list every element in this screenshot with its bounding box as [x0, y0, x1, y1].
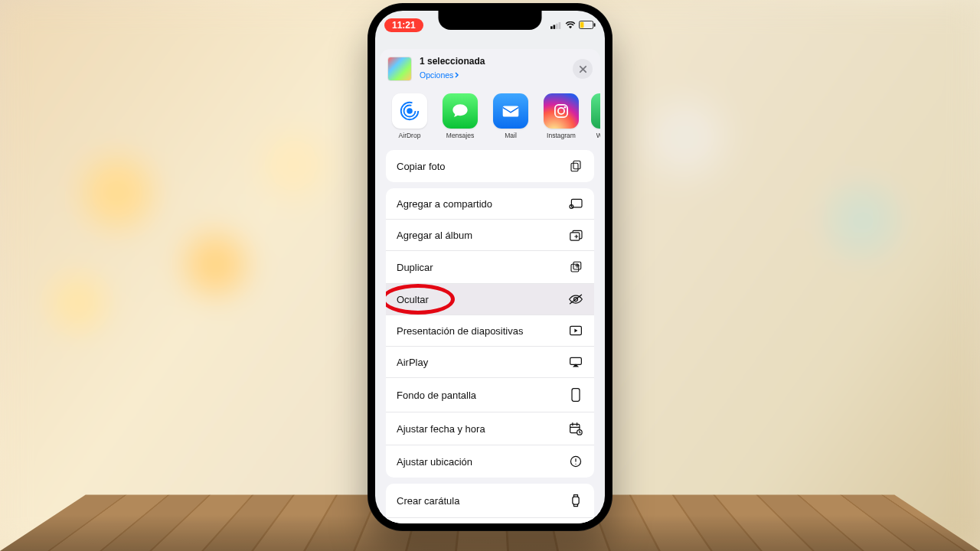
svg-point-12 — [558, 108, 564, 114]
selection-count: 1 seleccionada — [420, 57, 565, 67]
action-ajustar-ubicacion[interactable]: Ajustar ubicación — [386, 445, 594, 478]
slideshow-icon — [568, 324, 583, 337]
share-target-label: AirDrop — [389, 132, 430, 139]
phone-frame: 11:21 1 seleccionada Opciones — [368, 3, 612, 531]
share-target-label: Instagram — [541, 132, 582, 139]
svg-rect-29 — [573, 497, 579, 504]
action-fondo-de-pantalla[interactable]: Fondo de pantalla — [386, 377, 594, 412]
action-label: Crear carátula — [397, 495, 459, 507]
svg-rect-6 — [580, 22, 584, 28]
action-label: Duplicar — [397, 262, 433, 273]
share-target-mail[interactable]: Mail — [490, 93, 531, 139]
action-label: Fondo de pantalla — [397, 390, 476, 401]
action-label: AirPlay — [397, 357, 428, 368]
wifi-icon — [565, 21, 576, 29]
share-target-messages[interactable]: Mensajes — [439, 93, 481, 139]
action-crear-caratula[interactable]: Crear carátula — [386, 484, 594, 517]
action-label: Copiar foto — [397, 161, 446, 172]
svg-rect-15 — [571, 163, 578, 171]
share-targets-row[interactable]: AirDropMensajesMailInstagramWh — [380, 87, 600, 144]
svg-rect-2 — [556, 23, 558, 28]
action-agregar-al-album[interactable]: Agregar al álbum — [386, 219, 594, 250]
close-button[interactable] — [573, 59, 593, 79]
watchface-icon — [568, 493, 583, 508]
phone-notch — [439, 11, 542, 30]
options-link[interactable]: Opciones — [420, 70, 459, 80]
location-icon — [568, 455, 583, 468]
action-group: Crear carátulaGuardar en Archivos — [386, 484, 594, 523]
svg-rect-1 — [554, 24, 556, 28]
hide-icon — [568, 293, 583, 305]
action-label: Ocultar — [397, 294, 429, 305]
svg-rect-10 — [503, 106, 519, 117]
action-airplay[interactable]: AirPlay — [386, 346, 594, 377]
share-target-instagram[interactable]: Instagram — [541, 93, 582, 139]
action-label: Presentación de diapositivas — [397, 325, 524, 337]
options-label: Opciones — [420, 70, 453, 80]
wallpaper-icon — [568, 387, 583, 403]
action-label: Agregar al álbum — [397, 230, 472, 241]
action-guardar-en-archivos[interactable]: Guardar en Archivos — [386, 517, 594, 523]
svg-point-13 — [564, 106, 567, 109]
share-target-whatsapp[interactable]: Wh — [591, 93, 600, 139]
share-target-label: Wh — [591, 132, 600, 139]
action-presentacion-de-diapositivas[interactable]: Presentación de diapositivas — [386, 315, 594, 346]
svg-rect-25 — [572, 389, 580, 402]
actions-list[interactable]: Copiar fotoAgregar a compartidoAgregar a… — [380, 144, 600, 523]
action-label: Ajustar ubicación — [397, 456, 472, 468]
date-time-icon — [568, 422, 583, 435]
action-label: Ajustar fecha y hora — [397, 423, 485, 435]
action-ocultar[interactable]: Ocultar — [386, 283, 594, 315]
close-icon — [579, 65, 587, 73]
share-sheet-header: 1 seleccionada Opciones — [380, 49, 600, 87]
svg-rect-3 — [559, 22, 561, 29]
action-copiar-foto[interactable]: Copiar foto — [386, 150, 594, 182]
shared-album-icon — [568, 197, 583, 210]
share-target-airdrop[interactable]: AirDrop — [389, 93, 430, 139]
share-target-label: Mail — [490, 132, 531, 139]
duplicate-icon — [568, 260, 583, 274]
action-duplicar[interactable]: Duplicar — [386, 250, 594, 283]
svg-rect-5 — [594, 23, 596, 27]
recording-time-pill: 11:21 — [384, 18, 423, 32]
copy-icon — [568, 159, 583, 173]
selected-photo-thumbnail[interactable] — [387, 57, 412, 81]
svg-rect-0 — [550, 26, 553, 29]
svg-point-7 — [407, 108, 413, 114]
action-ajustar-fecha-y-hora[interactable]: Ajustar fecha y hora — [386, 412, 594, 445]
airplay-icon — [568, 356, 583, 368]
cellular-icon — [550, 21, 562, 29]
action-group: Agregar a compartidoAgregar al álbumDupl… — [386, 188, 594, 478]
share-sheet: 1 seleccionada Opciones AirDropMensajesM… — [380, 49, 600, 523]
svg-rect-14 — [573, 161, 580, 169]
add-album-icon — [568, 229, 583, 241]
action-label: Agregar a compartido — [397, 198, 492, 210]
share-target-label: Mensajes — [439, 132, 481, 139]
phone-screen: 11:21 1 seleccionada Opciones — [375, 11, 605, 523]
action-agregar-a-compartido[interactable]: Agregar a compartido — [386, 188, 594, 219]
svg-rect-24 — [570, 357, 582, 364]
action-group: Copiar foto — [386, 150, 594, 182]
chevron-right-icon — [455, 72, 459, 78]
battery-icon — [579, 21, 596, 29]
